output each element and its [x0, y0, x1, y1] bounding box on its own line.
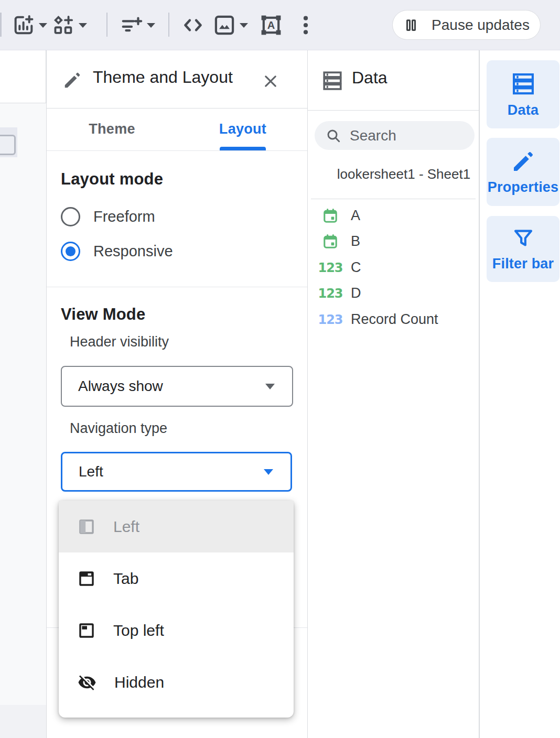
canvas-chart-header: [0, 50, 46, 103]
radio-freeform[interactable]: Freeform: [61, 199, 155, 234]
field-row-d[interactable]: 123 D: [308, 280, 479, 306]
canvas-partial-element: [0, 127, 17, 157]
nav-option-label: Tab: [113, 570, 138, 588]
layout-mode-heading: Layout mode: [61, 170, 163, 189]
sidebar-filter-bar-button[interactable]: Filter bar: [487, 216, 559, 282]
search-input[interactable]: [349, 127, 461, 145]
field-search[interactable]: [315, 121, 475, 150]
sidebar-properties-button[interactable]: Properties: [487, 138, 559, 206]
pause-updates-label: Pause updates: [432, 17, 530, 34]
nav-hidden-icon: [78, 673, 96, 692]
toolbar: A Pause updates: [0, 0, 560, 50]
add-control-icon: [120, 13, 144, 37]
add-image-caret-icon: [240, 23, 248, 28]
canvas-partial-control: [0, 135, 16, 155]
radio-responsive[interactable]: Responsive: [61, 234, 173, 268]
radio-responsive-label: Responsive: [93, 243, 173, 260]
number-field-icon: 123: [319, 261, 341, 275]
field-name: Record Count: [351, 311, 438, 328]
nav-option-tab[interactable]: Tab: [59, 552, 294, 604]
view-mode-heading: View Mode: [61, 305, 145, 324]
panel-header: Theme and Layout: [47, 50, 307, 108]
header-visibility-select[interactable]: Always show: [61, 366, 293, 407]
embed-code-icon: [180, 13, 206, 37]
field-row-b[interactable]: B: [308, 229, 479, 254]
chevron-down-icon: [264, 469, 273, 475]
add-element-icon: [51, 13, 76, 37]
nav-left-icon: [78, 518, 95, 536]
search-icon: [325, 127, 342, 144]
navigation-type-select[interactable]: Left: [61, 452, 292, 492]
edit-pencil-icon: [511, 149, 536, 174]
toolbar-more-button[interactable]: [298, 10, 314, 40]
panel-tabs: Theme Layout: [47, 108, 307, 151]
radio-freeform-label: Freeform: [93, 208, 155, 225]
sidebar-data-button[interactable]: Data: [487, 60, 559, 128]
add-image-button[interactable]: [212, 10, 248, 40]
data-table-icon: [321, 69, 344, 92]
data-source-divider: [311, 199, 476, 199]
data-table-icon: [510, 71, 536, 97]
add-control-caret-icon: [147, 23, 155, 28]
field-name: C: [351, 259, 361, 276]
number-field-icon: 123: [319, 286, 341, 301]
canvas-margin: [0, 705, 46, 738]
field-name: A: [351, 208, 360, 224]
panel-title: Theme and Layout: [93, 68, 233, 87]
nav-option-label: Left: [113, 518, 139, 536]
toolbar-separator-1: [106, 13, 107, 37]
section-divider: [47, 287, 307, 287]
add-element-button[interactable]: [51, 10, 87, 40]
pause-updates-button[interactable]: Pause updates: [392, 10, 541, 40]
header-visibility-label: Header visibility: [70, 334, 169, 350]
edit-pencil-icon: [62, 70, 82, 90]
data-panel: Data lookersheet1 - Sheet1 A: [308, 50, 479, 738]
field-row-c[interactable]: 123 C: [308, 255, 479, 280]
add-chart-caret-icon: [39, 23, 47, 28]
sidebar-filter-bar-label: Filter bar: [492, 256, 554, 272]
date-field-icon: [319, 233, 341, 250]
tab-theme-label: Theme: [89, 121, 135, 137]
pause-icon: [403, 17, 419, 33]
field-row-a[interactable]: A: [308, 203, 479, 229]
close-icon[interactable]: [262, 72, 279, 90]
sidebar-properties-label: Properties: [488, 179, 559, 196]
nav-option-left[interactable]: Left: [59, 501, 294, 552]
toolbar-separator-2: [168, 13, 169, 37]
text-box-icon: A: [259, 13, 283, 37]
date-field-icon: [319, 208, 341, 224]
embed-code-button[interactable]: [180, 10, 206, 40]
metric-field-icon: 123: [319, 312, 341, 327]
nav-tab-icon: [78, 570, 95, 588]
radio-on-icon: [61, 242, 80, 261]
add-control-button[interactable]: [120, 10, 155, 40]
report-canvas: [0, 103, 46, 705]
field-name: D: [351, 285, 361, 301]
nav-option-label: Top left: [113, 622, 164, 639]
nav-option-hidden[interactable]: Hidden: [59, 656, 294, 708]
navigation-type-label: Navigation type: [70, 420, 167, 437]
add-chart-icon: [12, 13, 36, 37]
add-element-caret-icon: [79, 23, 87, 28]
data-panel-header: Data: [308, 50, 479, 111]
nav-option-top-left[interactable]: Top left: [59, 604, 294, 656]
tab-layout-label: Layout: [219, 121, 266, 137]
filter-funnel-icon: [511, 226, 535, 251]
svg-text:A: A: [267, 19, 275, 31]
toolbar-left-separator: [0, 13, 2, 37]
add-chart-button[interactable]: [12, 10, 47, 40]
more-vertical-icon: [298, 13, 314, 37]
data-source-name: lookersheet1 - Sheet1: [329, 166, 479, 182]
field-row-record-count[interactable]: 123 Record Count: [308, 307, 479, 332]
nav-top-left-icon: [78, 622, 95, 639]
header-visibility-value: Always show: [78, 378, 163, 395]
navigation-type-value: Left: [79, 463, 103, 480]
right-sidebar: Data Properties Filter bar: [479, 50, 560, 738]
data-panel-title: Data: [352, 68, 387, 88]
tab-theme[interactable]: Theme: [47, 108, 177, 150]
add-text-button[interactable]: A: [259, 10, 283, 40]
navigation-type-menu: Left Tab Top left Hidden: [59, 501, 294, 718]
image-icon: [212, 13, 236, 37]
tab-layout[interactable]: Layout: [177, 108, 308, 150]
chevron-down-icon: [265, 384, 275, 389]
